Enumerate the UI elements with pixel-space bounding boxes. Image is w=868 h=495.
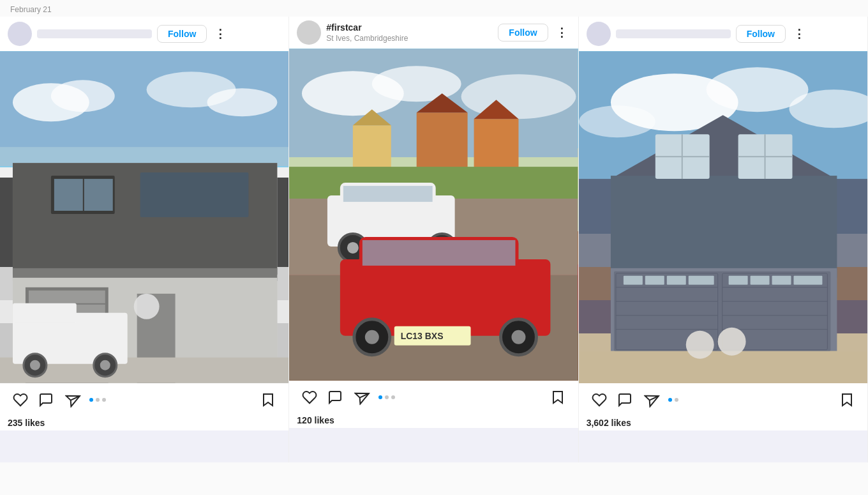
- svg-rect-10: [84, 179, 113, 211]
- svg-marker-101: [842, 394, 851, 406]
- post-3-username: [616, 29, 731, 38]
- post-3-image: 240: [579, 51, 867, 383]
- post-3-like-button[interactable]: [587, 388, 612, 411]
- post-3-caption: [579, 430, 867, 462]
- post-2-share-button[interactable]: [348, 386, 373, 409]
- dot-2: [675, 398, 678, 402]
- svg-rect-85: [666, 276, 685, 285]
- post-2-photo: LC13 BXS: [289, 49, 578, 381]
- svg-point-23: [30, 360, 40, 370]
- svg-rect-38: [353, 125, 391, 170]
- post-1-like-button[interactable]: [8, 388, 33, 411]
- post-1-save-button[interactable]: [255, 388, 281, 411]
- post-2-follow-button[interactable]: Follow: [498, 24, 548, 42]
- post-1-header: Follow ⋮: [0, 17, 288, 51]
- post-3-share-button[interactable]: [638, 388, 663, 411]
- svg-rect-96: [579, 351, 867, 383]
- post-1-avatar[interactable]: [8, 22, 32, 46]
- post-2-actions: [289, 381, 578, 414]
- post-1-image: [0, 51, 288, 383]
- post-1-follow-button[interactable]: Follow: [157, 25, 207, 43]
- post-3-save-button[interactable]: [834, 388, 860, 411]
- dot-1: [378, 395, 382, 399]
- post-2-header: #firstcar St Ives, Cambridgeshire Follow…: [289, 17, 578, 49]
- post-2-location: St Ives, Cambridgeshire: [326, 34, 493, 43]
- svg-point-98: [717, 328, 745, 356]
- post-1-share-button[interactable]: [59, 388, 84, 411]
- post-2-username-row: #firstcar: [326, 22, 493, 33]
- date-label: February 21: [0, 0, 868, 17]
- post-2-likes: 120 likes: [289, 414, 578, 428]
- post-1: Follow ⋮: [0, 17, 289, 462]
- svg-point-33: [461, 74, 576, 119]
- svg-point-54: [365, 330, 379, 344]
- post-3-actions: [579, 383, 867, 416]
- post-2-dots: [378, 395, 395, 399]
- svg-marker-29: [264, 394, 273, 406]
- svg-point-25: [100, 360, 110, 370]
- post-2-like-button[interactable]: [297, 386, 322, 409]
- post-1-more-button[interactable]: ⋮: [212, 27, 229, 41]
- svg-rect-21: [13, 303, 77, 323]
- post-2-avatar[interactable]: [297, 20, 321, 45]
- dot-2: [385, 395, 389, 399]
- post-3-photo: 240: [579, 51, 867, 383]
- svg-point-56: [512, 330, 526, 344]
- dot-1: [668, 398, 672, 402]
- post-2-more-button[interactable]: ⋮: [553, 26, 571, 40]
- post-3-header: Follow ⋮: [579, 17, 867, 51]
- svg-rect-11: [140, 172, 249, 217]
- svg-point-66: [579, 105, 655, 137]
- dot-1: [89, 398, 93, 402]
- post-2-comment-button[interactable]: [322, 386, 348, 409]
- svg-rect-83: [624, 276, 643, 285]
- post-3-comment-button[interactable]: [612, 388, 638, 411]
- post-2: #firstcar St Ives, Cambridgeshire Follow…: [289, 17, 578, 462]
- svg-rect-45: [343, 186, 433, 202]
- post-1-photo: [0, 51, 288, 383]
- post-3-svg: 240: [579, 51, 867, 383]
- dot-3: [102, 398, 106, 402]
- svg-point-32: [372, 66, 461, 102]
- svg-rect-94: [772, 276, 791, 285]
- post-1-username: [37, 29, 152, 38]
- svg-point-47: [347, 242, 359, 254]
- post-3-dots: [668, 398, 678, 402]
- svg-rect-15: [29, 291, 105, 303]
- svg-marker-61: [553, 392, 562, 403]
- post-1-actions: [0, 383, 288, 416]
- dot-3: [391, 395, 395, 399]
- post-2-username: #firstcar: [326, 22, 361, 33]
- svg-rect-95: [793, 276, 822, 285]
- post-1-caption: [0, 430, 288, 462]
- svg-rect-68: [611, 176, 837, 278]
- post-1-svg: [0, 51, 288, 383]
- post-1-comment-button[interactable]: [33, 388, 59, 411]
- svg-rect-84: [645, 276, 664, 285]
- svg-rect-34: [417, 112, 468, 170]
- svg-rect-52: [363, 240, 516, 266]
- post-2-svg: LC13 BXS: [289, 49, 578, 381]
- svg-point-97: [685, 331, 714, 359]
- post-3-likes: 3,602 likes: [579, 416, 867, 430]
- post-3: Follow ⋮: [579, 17, 868, 462]
- post-2-caption: [289, 428, 578, 462]
- feed-container: Follow ⋮: [0, 17, 868, 462]
- svg-rect-36: [474, 119, 519, 170]
- post-3-more-button[interactable]: ⋮: [791, 27, 808, 41]
- svg-rect-86: [688, 276, 714, 285]
- svg-text:LC13 BXS: LC13 BXS: [401, 331, 444, 341]
- post-2-text-group: #firstcar St Ives, Cambridgeshire: [326, 22, 493, 43]
- post-1-dots: [89, 398, 106, 402]
- svg-rect-93: [750, 276, 769, 285]
- post-3-avatar[interactable]: [587, 22, 611, 46]
- dot-2: [96, 398, 100, 402]
- svg-point-26: [134, 294, 160, 319]
- svg-point-3: [51, 80, 115, 112]
- post-3-follow-button[interactable]: Follow: [736, 25, 786, 43]
- svg-rect-9: [54, 179, 83, 211]
- post-2-save-button[interactable]: [545, 386, 571, 409]
- svg-rect-92: [728, 276, 747, 285]
- post-1-likes: 235 likes: [0, 416, 288, 430]
- post-2-image: LC13 BXS: [289, 49, 578, 381]
